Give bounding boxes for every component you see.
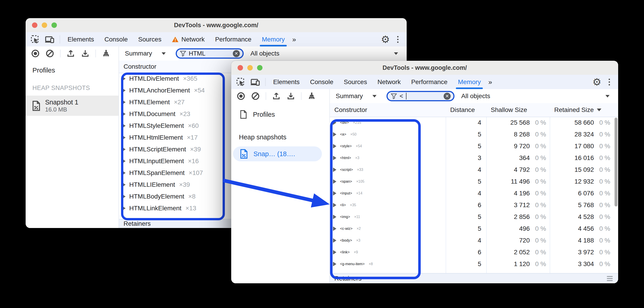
disclosure-triangle-icon[interactable]: [333, 238, 336, 243]
disclosure-triangle-icon[interactable]: [122, 194, 126, 199]
constructor-column-header[interactable]: Constructor: [119, 63, 156, 70]
constructor-row[interactable]: <body>×347200 %4 1880 %: [330, 234, 618, 246]
snapshot-item-selected[interactable]: Snap… (18….: [233, 146, 322, 161]
device-toolbar-icon[interactable]: [250, 78, 260, 86]
disclosure-triangle-icon[interactable]: [333, 156, 336, 160]
disclosure-triangle-icon[interactable]: [122, 76, 126, 81]
record-heap-snapshot-icon[interactable]: [237, 92, 245, 100]
clear-profiles-icon[interactable]: [251, 92, 260, 100]
kebab-menu-icon[interactable]: [607, 77, 611, 87]
disclosure-triangle-icon[interactable]: [333, 132, 336, 137]
titlebar[interactable]: DevTools - www.google.com/: [231, 61, 618, 75]
tab-memory[interactable]: Memory: [453, 75, 486, 89]
load-profile-icon[interactable]: [66, 49, 75, 58]
inspect-element-icon[interactable]: [30, 35, 40, 44]
tab-elements[interactable]: Elements: [268, 75, 305, 89]
constructor-row[interactable]: <span>×105511 4960 %12 9320 %: [330, 176, 618, 188]
disclosure-triangle-icon[interactable]: [333, 144, 336, 148]
more-tabs-button[interactable]: »: [290, 36, 298, 43]
record-heap-snapshot-icon[interactable]: [31, 49, 40, 58]
object-scope-caret-icon[interactable]: [606, 95, 610, 98]
clear-filter-icon[interactable]: ✕: [233, 50, 240, 57]
disclosure-triangle-icon[interactable]: [333, 262, 336, 266]
clear-brush-icon[interactable]: [308, 92, 316, 100]
close-window-button[interactable]: [32, 22, 38, 28]
disclosure-triangle-icon[interactable]: [122, 206, 126, 210]
disclosure-triangle-icon[interactable]: [333, 215, 336, 219]
perspective-select[interactable]: Summary: [336, 92, 363, 100]
disclosure-triangle-icon[interactable]: [333, 179, 336, 184]
load-profile-icon[interactable]: [272, 92, 281, 100]
constructor-row[interactable]: <script>×3344 7920 %15 0920 %: [330, 164, 618, 176]
tab-console[interactable]: Console: [305, 75, 339, 89]
settings-gear-icon[interactable]: ⚙: [592, 77, 602, 87]
shallow-size-column-header[interactable]: Shallow Size: [486, 106, 550, 114]
disclosure-triangle-icon[interactable]: [122, 147, 126, 152]
disclosure-triangle-icon[interactable]: [122, 112, 126, 116]
constructor-row[interactable]: <li>×3563 7120 %5 7680 %: [330, 199, 618, 211]
save-profile-icon[interactable]: [81, 49, 90, 58]
object-scope-select[interactable]: All objects: [461, 92, 490, 100]
object-scope-select[interactable]: All objects: [250, 50, 280, 57]
zoom-window-button[interactable]: [52, 22, 57, 28]
constructor-row[interactable]: <img>×1152 8560 %4 5280 %: [330, 211, 618, 223]
constructor-row[interactable]: <a>×5058 2680 %28 3240 %: [330, 128, 618, 140]
perspective-select[interactable]: Summary: [125, 50, 152, 57]
inspect-element-icon[interactable]: [236, 78, 245, 86]
clear-filter-icon[interactable]: ✕: [444, 93, 451, 100]
disclosure-triangle-icon[interactable]: [122, 88, 126, 93]
snapshot-item[interactable]: Snapshot 1 16.0 MB: [26, 96, 118, 116]
retainers-bar[interactable]: Retainers: [330, 273, 618, 283]
clear-brush-icon[interactable]: [102, 49, 110, 58]
zoom-window-button[interactable]: [257, 65, 262, 70]
minimize-window-button[interactable]: [42, 22, 47, 28]
constructor-row[interactable]: <div>×215425 5680 %58 6600 %: [330, 117, 618, 128]
constructor-row[interactable]: <link>×962 0520 %3 9720 %: [330, 246, 618, 258]
disclosure-triangle-icon[interactable]: [122, 159, 126, 164]
tab-performance[interactable]: Performance: [210, 32, 256, 46]
tab-elements[interactable]: Elements: [62, 32, 99, 46]
constructor-row[interactable]: <input>×1444 1960 %6 0760 %: [330, 188, 618, 199]
disclosure-triangle-icon[interactable]: [333, 120, 336, 125]
tab-network[interactable]: Network: [166, 32, 210, 46]
tab-network[interactable]: Network: [372, 75, 406, 89]
disclosure-triangle-icon[interactable]: [122, 171, 126, 175]
more-tabs-button[interactable]: »: [486, 78, 494, 86]
resize-grip-icon[interactable]: [607, 276, 613, 281]
constructor-row[interactable]: <html>×333640 %16 0160 %: [330, 152, 618, 164]
save-profile-icon[interactable]: [286, 92, 295, 100]
disclosure-triangle-icon[interactable]: [333, 191, 336, 196]
distance-column-header[interactable]: Distance: [446, 106, 486, 114]
constructor-row[interactable]: <g-menu-item>×851 1200 %3 3040 %: [330, 258, 618, 270]
disclosure-triangle-icon[interactable]: [122, 182, 126, 187]
constructor-column-header[interactable]: Constructor: [330, 106, 446, 114]
perspective-caret-icon[interactable]: [372, 95, 376, 98]
tab-performance[interactable]: Performance: [406, 75, 453, 89]
disclosure-triangle-icon[interactable]: [122, 135, 126, 140]
class-filter-input[interactable]: HTML ✕: [176, 48, 244, 59]
tab-sources[interactable]: Sources: [338, 75, 372, 89]
tab-console[interactable]: Console: [99, 32, 133, 46]
retained-size-column-header[interactable]: Retained Size: [550, 106, 614, 114]
tab-sources[interactable]: Sources: [133, 32, 166, 46]
class-filter-input[interactable]: < ✕: [386, 91, 454, 101]
vertical-scrollbar-thumb[interactable]: [614, 118, 618, 206]
constructor-row[interactable]: <style>×5459 7200 %17 0800 %: [330, 140, 618, 152]
minimize-window-button[interactable]: [247, 65, 253, 70]
perspective-caret-icon[interactable]: [162, 52, 166, 55]
clear-profiles-icon[interactable]: [46, 49, 54, 58]
kebab-menu-icon[interactable]: [396, 35, 400, 44]
tab-memory[interactable]: Memory: [256, 32, 290, 46]
constructor-row[interactable]: <c-wiz>×254960 %4 4560 %: [330, 223, 618, 234]
disclosure-triangle-icon[interactable]: [333, 250, 336, 254]
titlebar[interactable]: DevTools - www.google.com/: [26, 18, 407, 32]
object-scope-caret-icon[interactable]: [394, 52, 398, 55]
disclosure-triangle-icon[interactable]: [333, 226, 336, 231]
settings-gear-icon[interactable]: ⚙: [381, 34, 390, 44]
profiles-header-row[interactable]: Profiles: [231, 110, 329, 119]
disclosure-triangle-icon[interactable]: [333, 203, 336, 207]
disclosure-triangle-icon[interactable]: [122, 100, 126, 104]
device-toolbar-icon[interactable]: [45, 35, 55, 44]
close-window-button[interactable]: [238, 65, 243, 70]
disclosure-triangle-icon[interactable]: [122, 124, 126, 128]
